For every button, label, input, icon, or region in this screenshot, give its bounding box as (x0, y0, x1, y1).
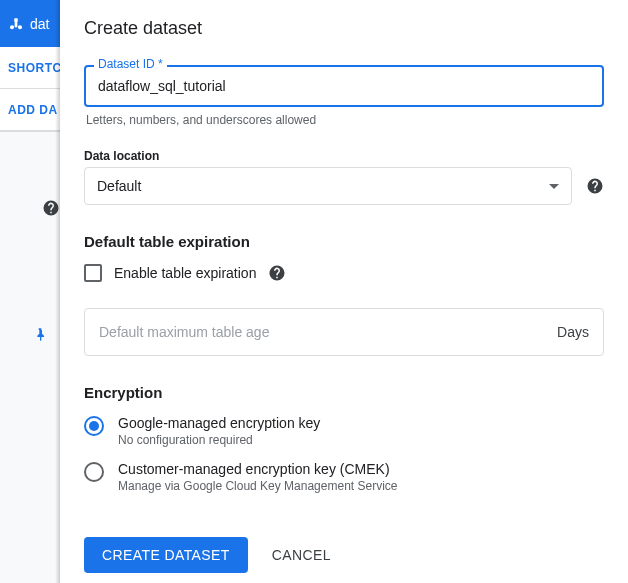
help-icon[interactable] (268, 264, 286, 282)
encryption-option-title: Customer-managed encryption key (CMEK) (118, 461, 398, 477)
data-location-value: Default (97, 178, 141, 194)
dataset-id-input[interactable] (84, 65, 604, 107)
create-dataset-button[interactable]: CREATE DATASET (84, 537, 248, 573)
max-table-age-field: Days (84, 308, 604, 356)
chevron-down-icon (549, 184, 559, 189)
data-location-select[interactable]: Default (84, 167, 572, 205)
max-table-age-suffix: Days (557, 324, 589, 340)
dataset-id-hint: Letters, numbers, and underscores allowe… (86, 113, 602, 127)
encryption-option-title: Google-managed encryption key (118, 415, 320, 431)
app-header: dat (0, 0, 60, 47)
encryption-heading: Encryption (84, 384, 604, 401)
help-icon[interactable] (586, 177, 604, 195)
sidebar: SHORTCU ADD DA (0, 47, 60, 583)
panel-title: Create dataset (60, 0, 628, 53)
pin-icon[interactable] (32, 327, 48, 343)
brand-text: dat (30, 16, 49, 32)
dataset-id-label: Dataset ID * (94, 57, 167, 71)
encryption-cmek-radio[interactable]: Customer-managed encryption key (CMEK) M… (84, 461, 604, 493)
create-dataset-panel: Create dataset Dataset ID * Letters, num… (60, 0, 628, 583)
dataset-id-field: Dataset ID * (84, 65, 604, 107)
bigquery-logo-icon (8, 16, 24, 32)
action-bar: CREATE DATASET CANCEL (84, 537, 604, 573)
encryption-option-sub: Manage via Google Cloud Key Management S… (118, 479, 398, 493)
radio-icon-selected (84, 416, 104, 436)
max-table-age-input[interactable] (99, 324, 557, 340)
background-app: dat SHORTCU ADD DA Create dataset Datase… (0, 0, 628, 583)
encryption-google-managed-radio[interactable]: Google-managed encryption key No configu… (84, 415, 604, 447)
data-location-label: Data location (84, 149, 604, 163)
cancel-button[interactable]: CANCEL (272, 547, 331, 563)
sidebar-tab-shortcuts[interactable]: SHORTCU (0, 47, 60, 89)
expiration-heading: Default table expiration (84, 233, 604, 250)
enable-expiration-label: Enable table expiration (114, 265, 256, 281)
radio-icon-unselected (84, 462, 104, 482)
enable-expiration-checkbox[interactable] (84, 264, 102, 282)
sidebar-tab-add-data[interactable]: ADD DA (0, 89, 60, 131)
encryption-option-sub: No configuration required (118, 433, 320, 447)
